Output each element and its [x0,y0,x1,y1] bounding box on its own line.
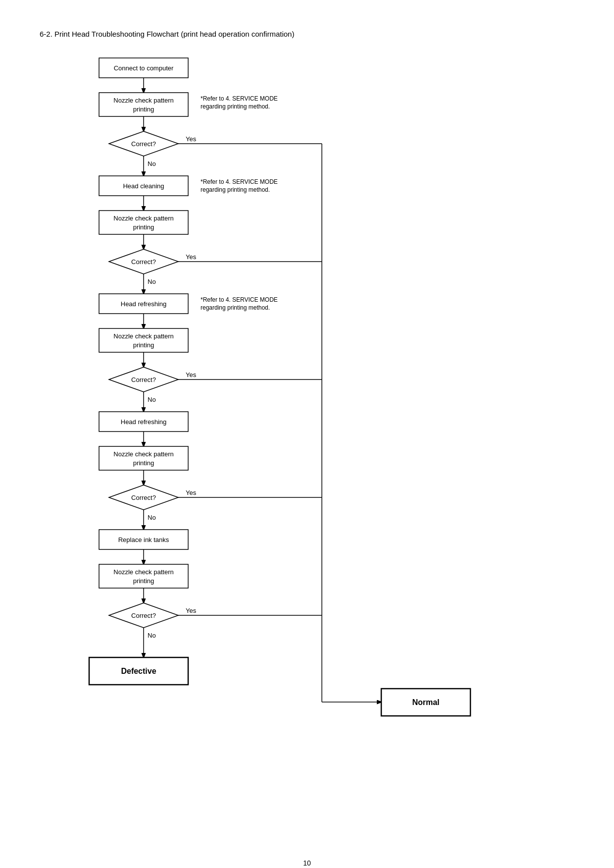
page-number: 10 [303,859,311,867]
yes5-label: Yes [186,607,197,614]
head-cleaning-label: Head cleaning [123,182,164,190]
flowchart-svg: Connect to computer Nozzle check pattern… [59,53,505,856]
note1-line1: *Refer to 4. SERVICE MODE [201,95,278,102]
replace-tanks-label: Replace ink tanks [118,536,169,543]
note2-line1: *Refer to 4. SERVICE MODE [201,178,278,185]
connect-label: Connect to computer [114,64,174,72]
yes1-label: Yes [186,135,197,143]
no3-label: No [148,396,156,403]
defective-label: Defective [121,667,156,675]
no2-label: No [148,278,156,285]
normal-label: Normal [412,698,439,706]
nozzle3-line2: printing [133,341,154,349]
note3-line2: regarding printing method. [201,304,270,311]
diamond5-label: Correct? [131,612,156,619]
nozzle4-line1: Nozzle check pattern [113,450,173,458]
nozzle1-line2: printing [133,106,154,113]
nozzle4-line2: printing [133,459,154,467]
nozzle2-line2: printing [133,223,154,231]
diamond3-label: Correct? [131,376,156,383]
yes2-label: Yes [186,253,197,261]
no4-label: No [148,514,156,521]
note1-line2: regarding printing method. [201,103,270,110]
nozzle2-line1: Nozzle check pattern [113,215,173,222]
yes4-label: Yes [186,489,197,496]
page-title: 6-2. Print Head Troubleshooting Flowchar… [40,30,574,38]
page: 6-2. Print Head Troubleshooting Flowchar… [0,0,614,868]
note3-line1: *Refer to 4. SERVICE MODE [201,296,278,303]
no5-label: No [148,632,156,639]
diamond1-label: Correct? [131,140,156,148]
head-refresh1-label: Head refreshing [121,300,167,308]
nozzle5-line1: Nozzle check pattern [113,568,173,576]
diamond4-label: Correct? [131,494,156,501]
nozzle5-line2: printing [133,577,154,585]
yes3-label: Yes [186,371,197,379]
nozzle3-line1: Nozzle check pattern [113,332,173,340]
head-refresh2-label: Head refreshing [121,418,167,426]
nozzle1-line1: Nozzle check pattern [113,97,173,104]
note2-line2: regarding printing method. [201,186,270,193]
no1-label: No [148,160,156,167]
diamond2-label: Correct? [131,258,156,266]
